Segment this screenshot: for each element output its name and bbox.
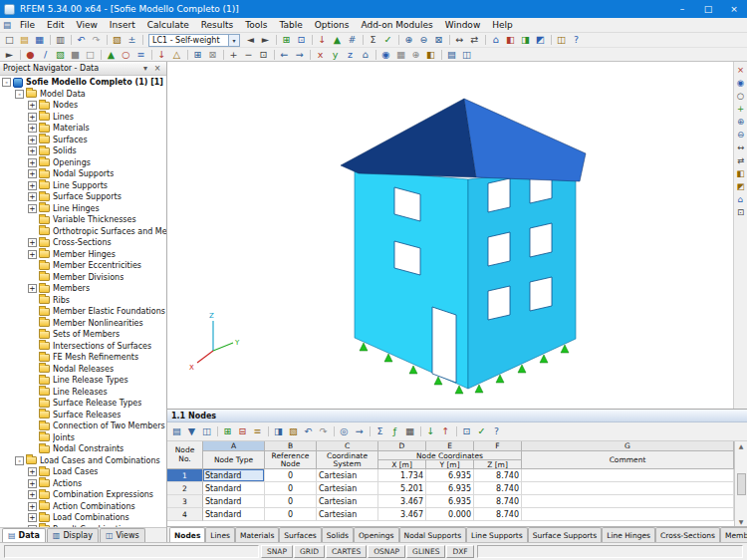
- check-data-icon[interactable]: ✓: [380, 34, 395, 47]
- 3d-viewport[interactable]: Z Y X: [167, 62, 733, 409]
- tree-expander-icon[interactable]: +: [28, 204, 37, 213]
- cell-reference-node[interactable]: 0: [265, 469, 317, 482]
- tree-item[interactable]: + Member Hinges: [0, 249, 166, 261]
- row-number[interactable]: 2: [167, 482, 203, 495]
- tree-expander-icon[interactable]: [28, 307, 37, 316]
- view-x-icon[interactable]: x: [313, 48, 328, 61]
- column-letter[interactable]: B: [265, 441, 317, 451]
- menu-item[interactable]: Add-on Modules: [355, 18, 438, 32]
- table-row[interactable]: 3 Standard 0 Cartesian 3.467 6.935 8.740: [167, 495, 734, 508]
- column-letter[interactable]: G: [522, 441, 734, 451]
- cell-coordinate-system[interactable]: Cartesian: [317, 495, 378, 508]
- menu-item[interactable]: Table: [273, 18, 308, 32]
- table-row[interactable]: 4 Standard 0 Cartesian 3.467 0.000 8.740: [167, 508, 734, 521]
- zoom-out-icon[interactable]: −: [241, 48, 256, 61]
- tree-item[interactable]: + Load Combinations: [0, 512, 166, 524]
- zoom-out-icon[interactable]: ⊖: [734, 129, 747, 140]
- new-hinge-icon[interactable]: ○: [119, 48, 133, 61]
- column-letter[interactable]: E: [426, 441, 474, 451]
- scroll-down-icon[interactable]: ▼: [739, 518, 744, 525]
- cell-coordinate-system[interactable]: Cartesian: [317, 482, 378, 495]
- tables-toggle-icon[interactable]: ▤: [444, 48, 459, 61]
- delete-row-icon[interactable]: ⊟: [235, 425, 250, 438]
- tree-item[interactable]: - Load Cases and Combinations: [0, 455, 166, 467]
- tree-item[interactable]: + Members: [0, 283, 166, 295]
- new-line-icon[interactable]: /: [38, 48, 53, 61]
- tree-item[interactable]: + Surfaces: [0, 135, 166, 146]
- tree-item[interactable]: Sets of Members: [0, 329, 166, 341]
- units-settings-icon[interactable]: ±: [124, 34, 139, 47]
- pin-icon[interactable]: ▾: [139, 64, 151, 73]
- menu-item[interactable]: Insert: [104, 18, 141, 32]
- paste-icon[interactable]: ▧: [286, 425, 301, 438]
- load-case-selector[interactable]: LC1 - Self-weight ▾: [148, 34, 240, 47]
- tree-item[interactable]: + Line Hinges: [0, 203, 166, 215]
- tree-item[interactable]: + Cross-Sections: [0, 237, 166, 249]
- table-tab[interactable]: Cross-Sections: [655, 527, 720, 542]
- tree-item[interactable]: + Materials: [0, 123, 166, 135]
- tree-item[interactable]: + Action Combinations: [0, 501, 166, 513]
- show-numbering-icon[interactable]: #: [345, 34, 360, 47]
- tree-item[interactable]: Connection of Two Members: [0, 420, 166, 432]
- deselect-all-icon[interactable]: ⊠: [205, 48, 220, 61]
- select-all-icon[interactable]: ⊞: [190, 48, 205, 61]
- table-row[interactable]: 1 Standard 0 Cartesian 1.734 6.935 8.740: [167, 469, 734, 482]
- close-icon[interactable]: ×: [151, 64, 163, 73]
- menu-item[interactable]: Calculate: [141, 18, 195, 32]
- new-solid-icon[interactable]: ■: [68, 48, 83, 61]
- next-view-icon[interactable]: →: [292, 48, 307, 61]
- maximize-button[interactable]: □: [695, 0, 721, 18]
- tree-item[interactable]: Member Nonlinearities: [0, 318, 166, 330]
- cell-y[interactable]: 0.000: [426, 508, 474, 521]
- snap-toggle-icon[interactable]: ⊕: [408, 48, 423, 61]
- tree-item[interactable]: Member Divisions: [0, 272, 166, 284]
- project-manager-icon[interactable]: ▧: [110, 34, 124, 47]
- status-toggle[interactable]: CARTES: [326, 545, 367, 558]
- check-entries-icon[interactable]: ✓: [474, 425, 489, 438]
- table-tab[interactable]: Lines: [205, 527, 235, 542]
- edit-load-case-icon[interactable]: ⊡: [294, 34, 309, 47]
- tree-item[interactable]: - Model Data: [0, 89, 166, 101]
- tree-expander-icon[interactable]: +: [28, 479, 37, 488]
- cell-reference-node[interactable]: 0: [265, 508, 317, 521]
- cell-z[interactable]: 8.740: [474, 495, 522, 508]
- tree-expander-icon[interactable]: -: [15, 90, 24, 99]
- status-toggle[interactable]: GLINES: [406, 545, 445, 558]
- zoom-in-icon[interactable]: ⊕: [401, 34, 416, 47]
- cell-node-type[interactable]: Standard: [203, 495, 265, 508]
- menu-item[interactable]: Options: [309, 18, 356, 32]
- isometric-view-icon[interactable]: ⌂: [488, 34, 503, 47]
- menu-item[interactable]: File: [14, 18, 41, 32]
- new-load-icon[interactable]: ↓: [154, 48, 169, 61]
- new-model-icon[interactable]: □: [2, 34, 17, 47]
- menu-item[interactable]: Edit: [41, 18, 70, 32]
- table-tab[interactable]: Nodal Supports: [399, 527, 467, 542]
- tree-item[interactable]: Ribs: [0, 295, 166, 307]
- view-y-icon[interactable]: y: [328, 48, 343, 61]
- calculator-icon[interactable]: ▦: [402, 425, 417, 438]
- tree-expander-icon[interactable]: [28, 330, 37, 339]
- calculate-icon[interactable]: Σ: [366, 34, 380, 47]
- menu-item[interactable]: Help: [486, 18, 519, 32]
- new-node-icon[interactable]: ●: [23, 48, 38, 61]
- new-surface-icon[interactable]: ▧: [53, 48, 68, 61]
- function-icon[interactable]: ƒ: [387, 425, 402, 438]
- tree-item[interactable]: Nodal Releases: [0, 364, 166, 376]
- chevron-down-icon[interactable]: ▾: [228, 35, 239, 46]
- close-button[interactable]: ×: [721, 0, 747, 18]
- tree-item[interactable]: Intersections of Surfaces: [0, 341, 166, 353]
- tree-item[interactable]: + Load Cases: [0, 466, 166, 478]
- tree-item[interactable]: Line Releases: [0, 387, 166, 399]
- tree-item[interactable]: Orthotropic Surfaces and Membra: [0, 226, 166, 238]
- cell-comment[interactable]: [522, 508, 734, 521]
- select-rows-icon[interactable]: ⊡: [459, 425, 474, 438]
- tree-expander-icon[interactable]: [28, 342, 37, 351]
- panel-toggle-icon[interactable]: ◫: [459, 48, 474, 61]
- cell-y[interactable]: 6.935: [426, 495, 474, 508]
- toolbar-icon[interactable]: [139, 34, 145, 47]
- previous-view-icon[interactable]: ←: [277, 48, 292, 61]
- tree-expander-icon[interactable]: [28, 273, 37, 282]
- render-wire-icon[interactable]: ○: [734, 90, 747, 102]
- tree-item[interactable]: + Line Supports: [0, 180, 166, 192]
- column-letter[interactable]: A: [203, 441, 265, 451]
